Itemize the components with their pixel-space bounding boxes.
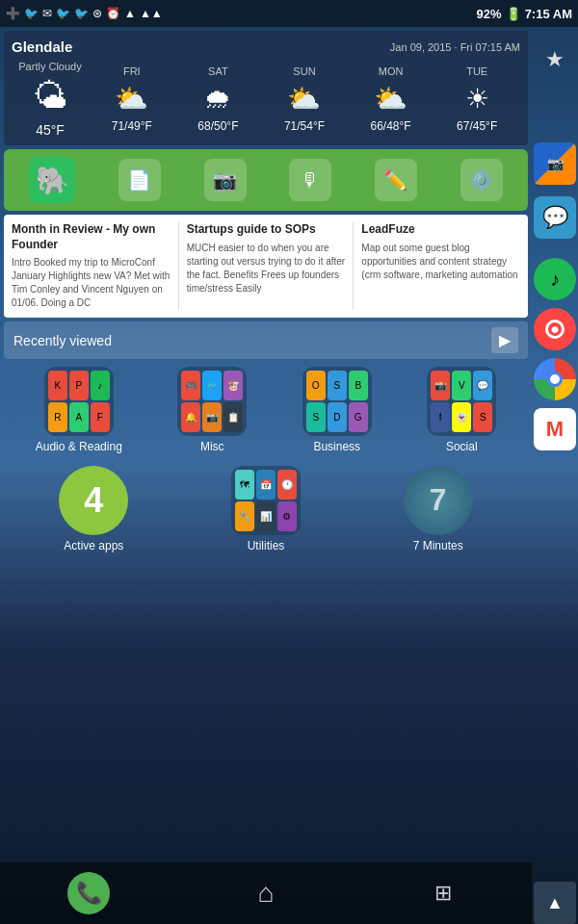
battery-icon: 🔋 — [506, 7, 521, 21]
chat-widget-icon[interactable]: 💬 — [534, 196, 576, 239]
misc-icon-2: 🐦 — [202, 371, 222, 400]
news-article-2[interactable]: Startups guide to SOPs MUCH easier to do… — [187, 222, 346, 310]
misc-icon-4: 🔔 — [181, 402, 200, 432]
home-icon: ⌂ — [258, 878, 275, 909]
folder-social[interactable]: 📸 V 💬 f 👻 S Social — [427, 367, 496, 453]
seven-minutes-label: 7 Minutes — [413, 539, 463, 552]
news-article-1[interactable]: Month in Review - My own Founder Intro B… — [12, 222, 171, 310]
apps-grid-icon: ⊞ — [434, 881, 452, 906]
dock-home[interactable]: ⌂ — [239, 866, 293, 920]
feedly-icon: F — [91, 402, 110, 432]
folder-audio-reading[interactable]: K P ♪ R A F Audio & Reading — [36, 367, 122, 453]
social-icon-1: 📸 — [431, 371, 450, 400]
add-icon: ➕ — [6, 7, 20, 20]
weather-city: Glendale — [12, 38, 72, 55]
chrome-icon[interactable] — [534, 358, 576, 400]
recently-viewed-bar[interactable]: Recently viewed ▶ — [4, 321, 528, 359]
status-right: 92% 🔋 7:15 AM — [477, 7, 572, 21]
podcast-icon[interactable]: ● — [534, 308, 576, 350]
news-section: Month in Review - My own Founder Intro B… — [4, 215, 528, 318]
chrome-inner-circle — [547, 372, 563, 387]
misc-icon-5: 📷 — [202, 402, 222, 432]
weather-sun-icon: ⛅ — [285, 79, 324, 117]
recently-viewed-arrow-icon[interactable]: ▶ — [491, 327, 518, 353]
weather-fri-label: FRI — [123, 65, 141, 77]
weather-sat-icon: 🌧 — [198, 79, 237, 117]
weather-mon: MON ⛅ 66/48°F — [348, 65, 434, 133]
audible-icon: A — [69, 402, 89, 432]
recently-viewed-label: Recently viewed — [13, 333, 112, 348]
spotify-icon[interactable]: ♪ — [534, 258, 576, 300]
news-article-3[interactable]: LeadFuze Map out some guest blog opportu… — [361, 222, 520, 310]
misc-icon-3: 🐮 — [223, 371, 243, 400]
active-apps-label: Active apps — [64, 539, 123, 552]
folder-misc[interactable]: 🎮 🐦 🐮 🔔 📷 📋 Misc — [177, 367, 247, 453]
favorites-star-icon[interactable]: ★ — [534, 38, 576, 81]
clock: 7:15 AM — [525, 7, 572, 21]
weather-today: Partly Cloudy 🌤 45°F — [12, 61, 89, 138]
weather-sun-label: SUN — [293, 65, 315, 77]
status-bar: ➕ 🐦 ✉ 🐦 🐦 ⊛ ⏰ ▲ ▲▲ 92% 🔋 7:15 AM — [0, 0, 578, 27]
folder-audio-label: Audio & Reading — [36, 440, 122, 453]
weather-widget: Glendale Jan 09, 2015 · Fri 07:15 AM Par… — [4, 31, 528, 145]
biz-icon-3: B — [349, 371, 368, 400]
weather-sun-temp: 71/54°F — [284, 119, 325, 133]
weather-sat-temp: 68/50°F — [197, 119, 238, 133]
gmail-icon[interactable]: M — [534, 408, 576, 450]
biz-icon-6: G — [349, 402, 368, 432]
weather-today-temp: 45°F — [36, 122, 65, 138]
utilities-folder-item[interactable]: 🗺 📅 🕐 🔧 📊 ⚙ Utilities — [231, 466, 301, 552]
stats-icon: 📊 — [256, 501, 276, 531]
shazam-icon: ♪ — [91, 371, 110, 400]
gmail-icon: ✉ — [42, 7, 52, 20]
right-sidebar: ★ 📷 💬 ♪ ● M ▲ — [532, 27, 578, 924]
twitter-icon-3: 🐦 — [74, 7, 89, 20]
weather-condition: Partly Cloudy — [18, 61, 81, 72]
scroll-up-button[interactable]: ▲ — [534, 882, 576, 924]
news-title-1: Month in Review - My own Founder — [12, 222, 171, 252]
weather-tue: TUE ☀ 67/45°F — [434, 65, 520, 133]
podcast-inner: ● — [545, 320, 565, 339]
wifi-icon: ▲ — [124, 7, 136, 20]
gmail-m-letter: M — [546, 417, 564, 442]
maps-icon: 🗺 — [235, 470, 254, 500]
news-title-3: LeadFuze — [361, 222, 520, 238]
photo-widget-icon[interactable]: 📷 — [534, 142, 576, 185]
main-content: Glendale Jan 09, 2015 · Fri 07:15 AM Par… — [0, 27, 532, 924]
app-folders-row: K P ♪ R A F Audio & Reading 🎮 🐦 🐮 🔔 📷 📋 … — [0, 363, 532, 457]
misc-icon-6: 📋 — [223, 402, 243, 432]
evernote-settings-button[interactable]: ⚙️ — [460, 159, 503, 201]
evernote-mic-button[interactable]: 🎙 — [289, 159, 331, 201]
folder-business[interactable]: O S B S D G Business — [302, 367, 372, 453]
seven-minutes-item[interactable]: 7 7 Minutes — [404, 466, 473, 552]
evernote-camera-button[interactable]: 📷 — [204, 159, 247, 201]
bottom-apps-row: 4 Active apps 🗺 📅 🕐 🔧 📊 ⚙ Utilities 7 7 … — [0, 462, 532, 556]
misc-icon-1: 🎮 — [181, 371, 200, 400]
evernote-draw-button[interactable]: ✏️ — [375, 159, 417, 201]
news-body-1: Intro Booked my trip to MicroConf Januar… — [12, 256, 171, 310]
dock-phone[interactable]: 📞 — [62, 866, 116, 920]
weather-forecast: Partly Cloudy 🌤 45°F FRI ⛅ 71/49°F SAT 🌧… — [12, 61, 520, 138]
weather-fri: FRI ⛅ 71/49°F — [89, 65, 175, 133]
weather-mon-icon: ⛅ — [372, 79, 410, 117]
kindle-icon: K — [48, 371, 67, 400]
active-apps-count: 4 — [59, 466, 128, 535]
active-apps-item[interactable]: 4 Active apps — [59, 466, 128, 552]
utilities-label: Utilities — [248, 539, 285, 552]
dock-apps[interactable]: ⊞ — [416, 866, 470, 920]
signal-icon: ▲▲ — [140, 7, 163, 20]
biz-icon-1: O — [306, 371, 326, 400]
bluetooth-icon: ⊛ — [92, 7, 102, 20]
news-title-2: Startups guide to SOPs — [187, 222, 346, 238]
folder-business-label: Business — [313, 440, 360, 453]
weather-mon-label: MON — [379, 65, 404, 77]
evernote-logo[interactable]: 🐘 — [29, 157, 75, 203]
phone-icon: 📞 — [67, 872, 110, 914]
news-divider-2 — [353, 222, 354, 310]
social-icon-6: S — [473, 402, 492, 432]
folder-social-label: Social — [446, 440, 478, 453]
evernote-notes-button[interactable]: 📄 — [118, 159, 161, 201]
weather-fri-icon: ⛅ — [113, 79, 151, 117]
status-left-icons: ➕ 🐦 ✉ 🐦 🐦 ⊛ ⏰ ▲ ▲▲ — [6, 7, 163, 20]
cal-icon: 📅 — [256, 470, 276, 500]
